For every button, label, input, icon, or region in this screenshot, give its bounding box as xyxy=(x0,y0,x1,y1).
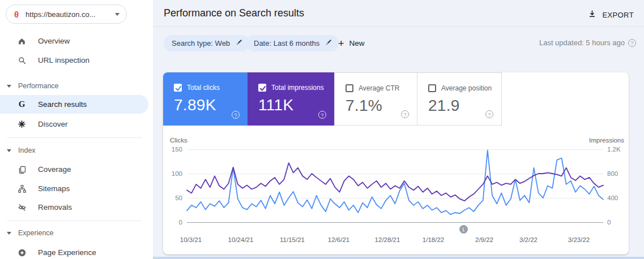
checkbox-checked-icon[interactable] xyxy=(258,84,266,92)
sitemaps-tree-icon xyxy=(17,184,27,193)
gridline-zero xyxy=(187,222,603,223)
x-axis-tick: 10/24/21 xyxy=(228,236,254,243)
google-g-icon: G xyxy=(17,100,27,109)
right-axis-tick: 400 xyxy=(607,195,618,201)
export-button[interactable]: EXPORT xyxy=(585,7,637,22)
sidebar-item-label: Coverage xyxy=(38,165,71,174)
sidebar-section-experience[interactable]: Experience xyxy=(0,227,148,239)
section-label: Performance xyxy=(18,82,59,90)
help-icon[interactable] xyxy=(485,110,493,118)
performance-line-chart[interactable] xyxy=(187,149,603,222)
chevron-down-icon xyxy=(7,85,11,88)
filter-chip-date[interactable]: Date: Last 6 months xyxy=(246,35,339,51)
left-axis-tick: 50 xyxy=(153,195,182,201)
x-axis-tick: 11/15/21 xyxy=(280,236,305,243)
divider xyxy=(153,26,644,27)
sidebar-item-sitemaps[interactable]: Sitemaps xyxy=(0,179,148,198)
bottom-scroll-strip[interactable] xyxy=(153,257,644,259)
right-axis-tick: 1.2K xyxy=(607,146,621,153)
left-axis-title: Clicks xyxy=(170,137,187,144)
x-axis-tick: 2/9/22 xyxy=(475,236,493,243)
sidebar: θ https://beautizon.co... Overview URL i… xyxy=(0,0,153,259)
sidebar-item-page-experience[interactable]: Page Experience xyxy=(0,243,148,259)
page-title: Performance on Search results xyxy=(164,7,304,19)
help-icon[interactable] xyxy=(401,110,409,118)
sidebar-item-label: Sitemaps xyxy=(38,184,70,193)
new-filter-label: New xyxy=(349,39,365,48)
sidebar-item-discover[interactable]: Discover xyxy=(0,115,148,133)
left-axis-tick: 100 xyxy=(153,170,182,177)
section-label: Index xyxy=(18,146,36,154)
discover-asterisk-icon xyxy=(17,119,27,129)
sidebar-item-url-inspection[interactable]: URL inspection xyxy=(0,51,148,70)
new-filter-button[interactable]: + New xyxy=(338,35,365,51)
metric-label: Total impressions xyxy=(271,84,324,92)
chevron-down-icon xyxy=(115,13,120,16)
download-icon xyxy=(588,10,596,20)
metric-label: Average position xyxy=(441,84,492,92)
sidebar-item-overview[interactable]: Overview xyxy=(0,32,148,50)
export-label: EXPORT xyxy=(602,11,634,19)
sidebar-item-label: URL inspection xyxy=(38,56,89,64)
sidebar-item-label: Removals xyxy=(38,203,72,211)
sidebar-item-label: Page Experience xyxy=(38,248,96,257)
help-icon[interactable] xyxy=(232,111,240,119)
metric-tile-average-ctr[interactable]: Average CTR 7.1% xyxy=(334,72,417,126)
last-updated-text: Last updated: 5 hours ago xyxy=(539,38,625,47)
site-favicon-icon: θ xyxy=(14,10,19,19)
series-clicks-line xyxy=(187,150,603,215)
x-axis-tick: 1/18/22 xyxy=(423,236,444,243)
plus-icon: + xyxy=(338,38,344,49)
metric-tile-average-position[interactable]: Average position 21.9 xyxy=(417,72,502,126)
left-axis-tick: 150 xyxy=(153,146,182,153)
sidebar-section-performance[interactable]: Performance xyxy=(0,80,148,92)
search-console-app: θ https://beautizon.co... Overview URL i… xyxy=(0,0,644,259)
chip-label: Date: Last 6 months xyxy=(254,39,319,48)
home-icon xyxy=(17,36,27,46)
right-axis-tick: 800 xyxy=(607,170,618,177)
help-icon[interactable] xyxy=(318,111,326,119)
sidebar-item-coverage[interactable]: Coverage xyxy=(0,160,148,179)
metric-label: Total clicks xyxy=(187,84,220,92)
chevron-down-icon xyxy=(7,149,11,152)
coverage-pages-icon xyxy=(17,165,27,174)
sidebar-item-search-results[interactable]: G Search results xyxy=(0,95,148,114)
property-selector[interactable]: θ https://beautizon.co... xyxy=(6,5,127,24)
x-axis-tick: 12/6/21 xyxy=(328,236,349,243)
help-icon[interactable] xyxy=(628,39,636,47)
left-axis-tick: 0 xyxy=(153,219,182,226)
removals-eye-off-icon xyxy=(17,202,27,212)
sidebar-item-label: Search results xyxy=(38,100,87,109)
property-url: https://beautizon.co... xyxy=(25,10,112,19)
last-updated: Last updated: 5 hours ago xyxy=(539,38,636,47)
checkbox-checked-icon[interactable] xyxy=(174,84,182,92)
x-axis-tick: 10/3/21 xyxy=(180,236,202,243)
metric-tile-total-clicks[interactable]: Total clicks 7.89K xyxy=(163,72,248,126)
section-label: Experience xyxy=(18,229,54,237)
metric-label: Average CTR xyxy=(359,84,399,92)
edit-pencil-icon xyxy=(235,38,243,48)
divider xyxy=(7,137,142,138)
metric-tile-total-impressions[interactable]: Total impressions 111K xyxy=(248,72,334,126)
sidebar-item-label: Discover xyxy=(38,120,68,128)
right-axis-title: Impressions xyxy=(589,137,623,144)
x-axis-tick: 12/28/21 xyxy=(375,236,400,243)
filter-chip-search-type[interactable]: Search type: Web xyxy=(164,35,250,51)
search-icon xyxy=(17,55,27,65)
divider xyxy=(7,221,142,221)
page-experience-icon xyxy=(17,248,27,257)
x-axis-tick: 3/23/22 xyxy=(568,236,590,243)
right-axis-tick: 0 xyxy=(607,219,611,226)
chevron-down-icon xyxy=(7,232,11,235)
checkbox-unchecked-icon[interactable] xyxy=(346,84,353,92)
x-axis-tick: 3/2/22 xyxy=(519,236,538,243)
sidebar-item-label: Overview xyxy=(38,37,70,45)
chart-annotation-marker[interactable]: 1 xyxy=(459,225,468,234)
edit-pencil-icon xyxy=(325,38,332,48)
sidebar-item-removals[interactable]: Removals xyxy=(0,198,148,217)
sidebar-section-index[interactable]: Index xyxy=(0,144,148,157)
chip-label: Search type: Web xyxy=(172,39,230,48)
checkbox-unchecked-icon[interactable] xyxy=(428,84,436,92)
